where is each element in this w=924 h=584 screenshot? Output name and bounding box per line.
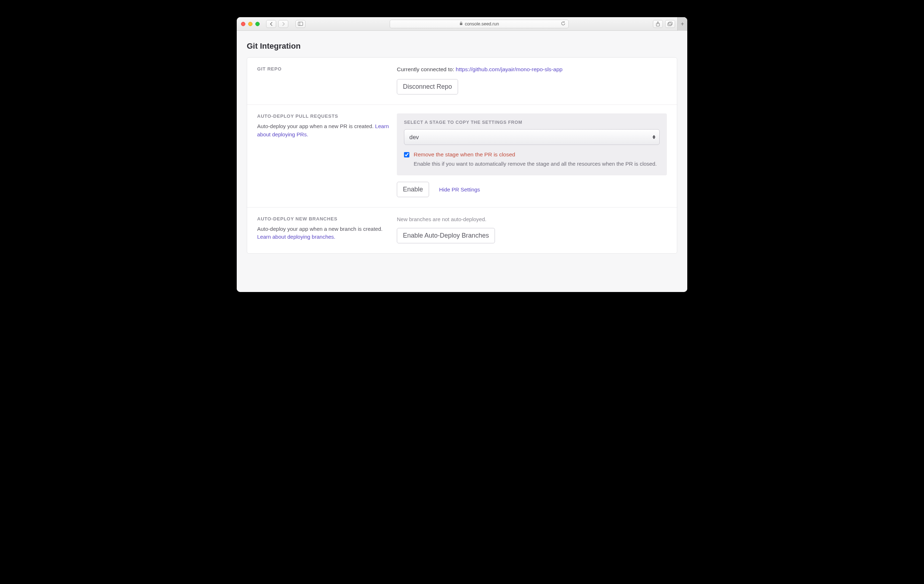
learn-branches-link[interactable]: Learn about deploying branches. xyxy=(257,234,336,240)
hide-pr-settings-link[interactable]: Hide PR Settings xyxy=(439,186,480,192)
close-window-button[interactable] xyxy=(241,22,245,26)
branches-description: Auto-deploy your app when a new branch i… xyxy=(257,225,389,241)
section-git-repo: GIT REPO Currently connected to: https:/… xyxy=(247,58,677,104)
svg-rect-5 xyxy=(668,23,672,26)
forward-button[interactable] xyxy=(278,20,288,28)
share-button[interactable] xyxy=(653,20,663,28)
svg-rect-6 xyxy=(669,22,672,25)
page-content: Git Integration GIT REPO Currently conne… xyxy=(237,31,687,292)
enable-pr-button[interactable]: Enable xyxy=(397,182,429,197)
browser-chrome: console.seed.run + xyxy=(237,17,687,31)
window-controls xyxy=(241,22,260,26)
section-auto-deploy-pr: AUTO-DEPLOY PULL REQUESTS Auto-deploy yo… xyxy=(247,104,677,207)
connected-repo-line: Currently connected to: https://github.c… xyxy=(397,66,667,72)
settings-panel: GIT REPO Currently connected to: https:/… xyxy=(247,57,677,254)
repo-link[interactable]: https://github.com/jayair/mono-repo-sls-… xyxy=(456,66,563,72)
reload-icon[interactable] xyxy=(561,21,566,27)
address-url: console.seed.run xyxy=(465,21,499,26)
page-title: Git Integration xyxy=(247,41,677,51)
remove-stage-label: Remove the stage when the PR is closed xyxy=(414,151,657,158)
svg-rect-2 xyxy=(460,23,462,25)
branches-heading: AUTO-DEPLOY NEW BRANCHES xyxy=(257,216,389,222)
section-auto-deploy-branches: AUTO-DEPLOY NEW BRANCHES Auto-deploy you… xyxy=(247,207,677,253)
stage-select[interactable]: dev xyxy=(404,129,660,145)
pr-description: Auto-deploy your app when a new PR is cr… xyxy=(257,122,389,138)
pr-settings-box: SELECT A STAGE TO COPY THE SETTINGS FROM… xyxy=(397,114,667,175)
svg-rect-0 xyxy=(298,22,303,26)
sidebar-toggle-button[interactable] xyxy=(295,20,305,28)
remove-stage-checkbox[interactable] xyxy=(404,152,409,158)
git-repo-heading: GIT REPO xyxy=(257,66,389,72)
tabs-button[interactable] xyxy=(665,20,675,28)
back-button[interactable] xyxy=(266,20,276,28)
browser-window: console.seed.run + Git Integration GIT R… xyxy=(237,17,687,292)
remove-stage-description: Enable this if you want to automatically… xyxy=(414,160,657,168)
stage-select-label: SELECT A STAGE TO COPY THE SETTINGS FROM xyxy=(404,120,660,125)
maximize-window-button[interactable] xyxy=(255,22,260,26)
connected-prefix: Currently connected to: xyxy=(397,66,456,72)
branches-status: New branches are not auto-deployed. xyxy=(397,216,667,222)
disconnect-repo-button[interactable]: Disconnect Repo xyxy=(397,79,458,94)
enable-branches-button[interactable]: Enable Auto-Deploy Branches xyxy=(397,228,495,243)
pr-heading: AUTO-DEPLOY PULL REQUESTS xyxy=(257,114,389,119)
minimize-window-button[interactable] xyxy=(248,22,252,26)
address-bar[interactable]: console.seed.run xyxy=(389,20,569,28)
lock-icon xyxy=(459,21,463,26)
new-tab-button[interactable]: + xyxy=(677,17,687,31)
